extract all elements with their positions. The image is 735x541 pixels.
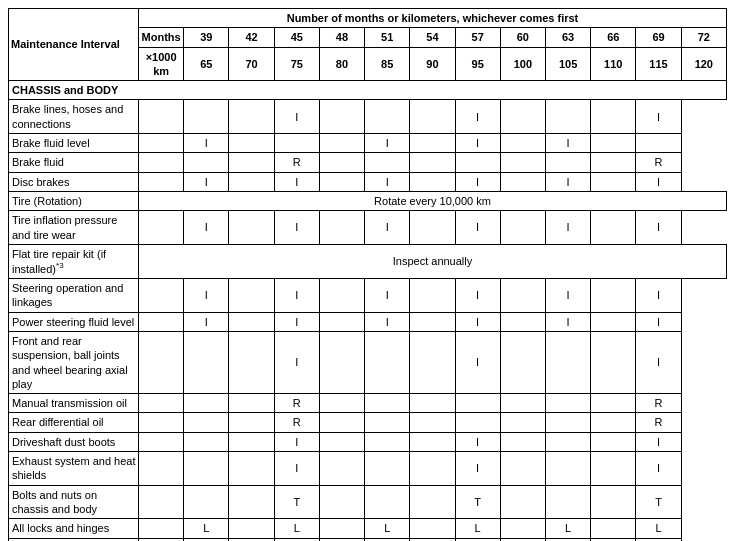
table-row: Exhaust system and heat shieldsIII xyxy=(9,452,727,486)
cell-1-4 xyxy=(319,100,364,134)
row-label: Rear differential oil xyxy=(9,413,139,432)
table-row: Driveshaft dust bootsIII xyxy=(9,432,727,451)
month-col-63: 63 xyxy=(545,28,590,47)
cell-1-10 xyxy=(591,100,636,134)
cell-11-6 xyxy=(410,394,455,413)
cell-13-3: I xyxy=(274,432,319,451)
cell-2-7: I xyxy=(455,134,500,153)
cell-12-3: R xyxy=(274,413,319,432)
row-label: Manual transmission oil xyxy=(9,394,139,413)
cell-1-3: I xyxy=(274,100,319,134)
cell-3-8 xyxy=(500,153,545,172)
cell-12-2 xyxy=(229,413,274,432)
km-col-75: 75 xyxy=(274,47,319,81)
cell-3-0 xyxy=(139,153,184,172)
table-row: Front and rear suspension, ball joints a… xyxy=(9,332,727,394)
cell-11-1 xyxy=(184,394,229,413)
cell-14-1 xyxy=(184,452,229,486)
cell-15-11: T xyxy=(636,485,681,519)
cell-10-3: I xyxy=(274,332,319,394)
table-row: All locks and hingesLLLLLL xyxy=(9,519,727,538)
cell-2-8 xyxy=(500,134,545,153)
cell-10-9 xyxy=(545,332,590,394)
cell-3-5 xyxy=(365,153,410,172)
cell-3-10 xyxy=(591,153,636,172)
km-col-65: 65 xyxy=(184,47,229,81)
month-col-72: 72 xyxy=(681,28,726,47)
cell-2-6 xyxy=(410,134,455,153)
cell-16-10 xyxy=(591,519,636,538)
km-col-115: 115 xyxy=(636,47,681,81)
cell-12-7 xyxy=(455,413,500,432)
row-label: Tire (Rotation) xyxy=(9,191,139,210)
month-col-51: 51 xyxy=(365,28,410,47)
cell-8-10 xyxy=(591,279,636,313)
cell-16-11: L xyxy=(636,519,681,538)
month-col-60: 60 xyxy=(500,28,545,47)
cell-16-5: L xyxy=(365,519,410,538)
row-label: Brake fluid xyxy=(9,153,139,172)
cell-11-0 xyxy=(139,394,184,413)
cell-15-2 xyxy=(229,485,274,519)
cell-10-11: I xyxy=(636,332,681,394)
cell-13-2 xyxy=(229,432,274,451)
table-row: Manual transmission oilRR xyxy=(9,394,727,413)
cell-9-8 xyxy=(500,312,545,331)
cell-9-1: I xyxy=(184,312,229,331)
cell-16-4 xyxy=(319,519,364,538)
cell-1-2 xyxy=(229,100,274,134)
cell-1-7: I xyxy=(455,100,500,134)
cell-3-9 xyxy=(545,153,590,172)
cell-12-11: R xyxy=(636,413,681,432)
cell-11-3: R xyxy=(274,394,319,413)
cell-15-9 xyxy=(545,485,590,519)
cell-13-8 xyxy=(500,432,545,451)
span-cell: Rotate every 10,000 km xyxy=(139,191,727,210)
cell-2-9: I xyxy=(545,134,590,153)
cell-2-10 xyxy=(591,134,636,153)
cell-16-9: L xyxy=(545,519,590,538)
cell-3-4 xyxy=(319,153,364,172)
km-col-105: 105 xyxy=(545,47,590,81)
cell-10-5 xyxy=(365,332,410,394)
cell-14-5 xyxy=(365,452,410,486)
cell-14-8 xyxy=(500,452,545,486)
month-col-54: 54 xyxy=(410,28,455,47)
cell-15-10 xyxy=(591,485,636,519)
cell-6-8 xyxy=(500,211,545,245)
km-col-95: 95 xyxy=(455,47,500,81)
table-row: CHASSIS and BODY xyxy=(9,81,727,100)
cell-12-0 xyxy=(139,413,184,432)
row-label: Disc brakes xyxy=(9,172,139,191)
cell-10-2 xyxy=(229,332,274,394)
cell-6-3: I xyxy=(274,211,319,245)
cell-3-2 xyxy=(229,153,274,172)
cell-4-7: I xyxy=(455,172,500,191)
cell-1-9 xyxy=(545,100,590,134)
month-col-66: 66 xyxy=(591,28,636,47)
cell-6-2 xyxy=(229,211,274,245)
cell-2-11 xyxy=(636,134,681,153)
cell-16-1: L xyxy=(184,519,229,538)
cell-4-1: I xyxy=(184,172,229,191)
cell-9-4 xyxy=(319,312,364,331)
cell-12-8 xyxy=(500,413,545,432)
row-label: Driveshaft dust boots xyxy=(9,432,139,451)
cell-1-1 xyxy=(184,100,229,134)
table-row: Disc brakesIIIIII xyxy=(9,172,727,191)
cell-4-5: I xyxy=(365,172,410,191)
cell-2-4 xyxy=(319,134,364,153)
cell-3-6 xyxy=(410,153,455,172)
cell-12-9 xyxy=(545,413,590,432)
row-label: Tire inflation pressure and tire wear xyxy=(9,211,139,245)
month-col-45: 45 xyxy=(274,28,319,47)
cell-15-7: T xyxy=(455,485,500,519)
km-col-110: 110 xyxy=(591,47,636,81)
table-row: Rear differential oilRR xyxy=(9,413,727,432)
cell-6-4 xyxy=(319,211,364,245)
cell-3-1 xyxy=(184,153,229,172)
cell-14-11: I xyxy=(636,452,681,486)
month-col-57: 57 xyxy=(455,28,500,47)
cell-10-10 xyxy=(591,332,636,394)
cell-2-3 xyxy=(274,134,319,153)
